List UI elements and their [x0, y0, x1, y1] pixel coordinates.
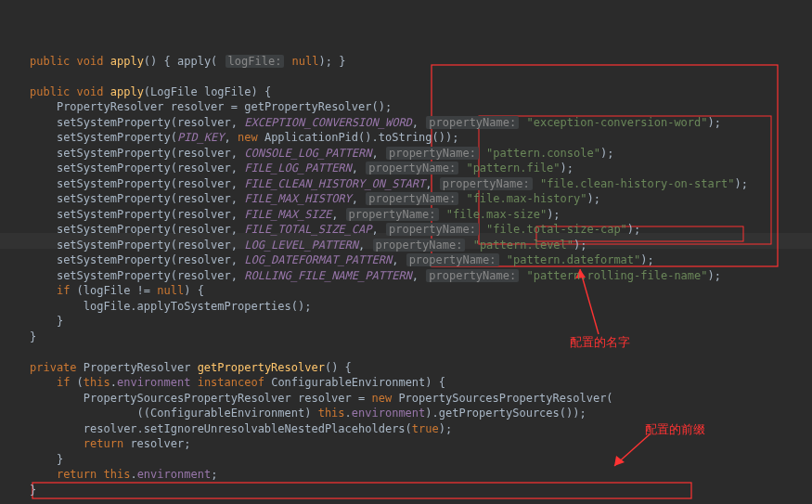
method-apply: apply [110, 55, 144, 68]
kw-public: public [30, 55, 70, 68]
method-getPropertyResolver: getPropertyResolver [198, 361, 325, 374]
param-hint: logFile: [226, 55, 285, 68]
kw-void: void [77, 55, 104, 68]
method-apply-logfile: apply [110, 85, 144, 98]
code-editor[interactable]: public void apply() { apply( logFile: nu… [0, 0, 812, 504]
